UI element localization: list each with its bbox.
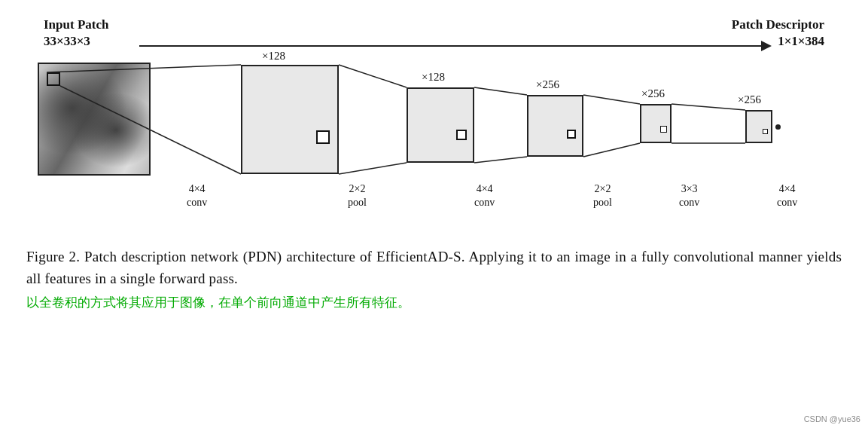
caption-main: Figure 2. Patch description network (PDN… xyxy=(26,246,842,290)
endpoint-dot xyxy=(775,124,781,130)
op-label-2: 4×4 conv xyxy=(474,182,495,209)
mult-label-1: ×128 xyxy=(422,71,445,84)
caption-chinese: 以全卷积的方式将其应用于图像，在单个前向通道中产生所有特征。 xyxy=(26,293,842,313)
input-patch-label: Input Patch 33×33×3 xyxy=(44,17,108,50)
op-label-1: 2×2 pool xyxy=(348,182,367,209)
block-conv1 xyxy=(241,65,339,174)
main-container: Input Patch 33×33×3 Patch Descriptor 1×1… xyxy=(0,0,868,428)
output-label-line1: Patch Descriptor xyxy=(732,17,824,33)
op-label-4: 3×3 conv xyxy=(679,182,699,209)
block-conv5 xyxy=(745,110,772,143)
svg-line-7 xyxy=(583,143,640,157)
mult-label-3: ×256 xyxy=(641,87,665,100)
mult-label-2: ×256 xyxy=(536,78,559,91)
input-patch-line1: Input Patch xyxy=(44,17,108,33)
block4-square xyxy=(660,126,667,133)
watermark: CSDN @yue36 xyxy=(804,414,860,423)
mult-label-0: ×128 xyxy=(262,50,285,63)
caption-area: Figure 2. Patch description network (PDN… xyxy=(23,246,845,312)
svg-line-4 xyxy=(474,87,527,95)
svg-line-8 xyxy=(672,104,745,110)
op-label-3: 2×2 pool xyxy=(593,182,612,209)
block-conv2 xyxy=(407,87,474,163)
block1-square xyxy=(316,130,330,144)
svg-line-6 xyxy=(583,95,640,104)
block3-square xyxy=(567,130,576,139)
output-label-line2: 1×1×384 xyxy=(732,33,824,50)
input-patch-line2: 33×33×3 xyxy=(44,33,108,50)
top-arrow xyxy=(139,45,770,47)
input-small-square xyxy=(47,72,60,86)
block-conv3 xyxy=(527,95,583,157)
block5-square xyxy=(763,129,768,134)
block-conv4 xyxy=(640,104,672,143)
diagram-area: Input Patch 33×33×3 Patch Descriptor 1×1… xyxy=(23,14,845,240)
svg-line-5 xyxy=(474,157,527,163)
svg-line-2 xyxy=(339,65,407,87)
mult-label-4: ×256 xyxy=(738,93,761,106)
svg-line-3 xyxy=(339,163,407,174)
op-label-5: 4×4 conv xyxy=(777,182,797,209)
op-label-0: 4×4 conv xyxy=(187,182,207,209)
block2-square xyxy=(456,130,467,140)
